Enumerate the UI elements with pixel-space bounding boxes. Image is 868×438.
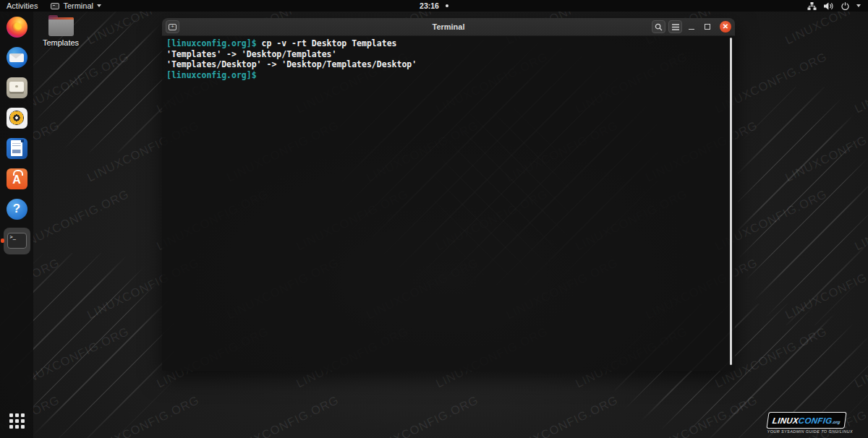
terminal-titlebar[interactable]: Terminal ✕ [162, 18, 735, 36]
close-button[interactable]: ✕ [720, 21, 731, 33]
system-status-area[interactable] [807, 2, 868, 10]
dock [0, 12, 33, 438]
dock-item-rhythmbox[interactable] [0, 103, 33, 133]
watermark-text: LINUXCONFIG.ORG [503, 393, 620, 438]
terminal-content[interactable]: [linuxconfig.org]$ cp -v -rt Desktop Tem… [162, 36, 735, 371]
envelope-icon [9, 53, 23, 62]
dock-item-files[interactable] [0, 72, 33, 103]
chevron-down-icon [856, 4, 861, 7]
app-menu-terminal[interactable]: Terminal [51, 1, 101, 10]
search-icon [655, 23, 663, 31]
scrollbar[interactable] [730, 38, 733, 365]
dock-item-firefox[interactable] [0, 12, 33, 42]
dock-item-ubuntu-software[interactable] [0, 163, 33, 194]
help-icon [7, 199, 27, 220]
apps-grid-icon [9, 413, 25, 429]
minimize-button[interactable] [689, 24, 694, 30]
wallpaper-branding: LINUXCONFIG.org YOUR SYSADMIN GUIDE TO G… [767, 412, 853, 434]
files-icon [7, 77, 27, 98]
terminal-icon [7, 233, 27, 249]
clock[interactable]: 23:16 [420, 1, 439, 10]
shell-command: cp -v -rt Desktop Templates [257, 38, 397, 48]
top-bar: Activities Terminal 23:16 [0, 0, 868, 12]
search-button[interactable] [652, 20, 665, 33]
shell-prompt: [linuxconfig.org]$ [166, 38, 257, 48]
maximize-button[interactable] [705, 24, 710, 30]
new-tab-icon [169, 24, 176, 30]
brand-tagline: YOUR SYSADMIN GUIDE TO GNU/LINUX [767, 429, 853, 434]
terminal-app-tile [4, 228, 30, 254]
software-store-icon [7, 168, 27, 189]
watermark-text: LINUXCONFIG.ORG [224, 393, 341, 438]
rhythmbox-icon [7, 108, 27, 129]
command-output: 'Templates/Desktop' -> 'Desktop/Template… [166, 59, 417, 69]
shell-prompt: [linuxconfig.org]$ [166, 70, 257, 80]
desktop-icon-label: Templates [43, 38, 79, 47]
wallpaper-lines [738, 87, 868, 325]
running-indicator [1, 239, 4, 243]
firefox-icon [7, 17, 27, 38]
window-title: Terminal [162, 22, 735, 31]
notification-dot-icon [446, 4, 448, 7]
command-output: 'Templates' -> 'Desktop/Templates' [166, 49, 336, 59]
dock-item-libreoffice-writer[interactable] [0, 133, 33, 163]
dock-item-terminal[interactable] [0, 224, 33, 257]
terminal-line: [linuxconfig.org]$ [166, 70, 731, 81]
menu-button[interactable] [668, 20, 682, 33]
desktop-icon-templates[interactable]: Templates [43, 15, 78, 47]
terminal-line: [linuxconfig.org]$ cp -v -rt Desktop Tem… [166, 38, 731, 49]
terminal-line: 'Templates' -> 'Desktop/Templates' [166, 49, 731, 60]
writer-icon [7, 138, 27, 159]
folder-icon [48, 17, 74, 36]
terminal-line: 'Templates/Desktop' -> 'Desktop/Template… [166, 59, 731, 70]
power-icon [841, 2, 849, 10]
chevron-down-icon [97, 4, 101, 7]
thunderbird-icon [7, 47, 27, 68]
linuxconfig-logo: LINUXCONFIG.org [766, 412, 846, 429]
watermark-text: LINUXCONFIG.ORG [364, 393, 480, 438]
terminal-icon [51, 3, 59, 9]
show-applications-button[interactable] [0, 405, 33, 437]
dock-item-help[interactable] [0, 194, 33, 224]
dock-item-thunderbird[interactable] [0, 42, 33, 72]
network-icon [807, 2, 817, 10]
desktop: LINUXCONFIG.ORGLINUXCONFIG.ORGLINUXCONFI… [0, 0, 868, 438]
close-icon: ✕ [723, 23, 728, 30]
hamburger-icon [672, 24, 679, 30]
terminal-window: Terminal ✕ [162, 18, 735, 371]
volume-icon [824, 2, 834, 10]
activities-button[interactable]: Activities [7, 1, 38, 10]
new-tab-button[interactable] [166, 20, 179, 33]
app-menu-label: Terminal [63, 1, 93, 10]
